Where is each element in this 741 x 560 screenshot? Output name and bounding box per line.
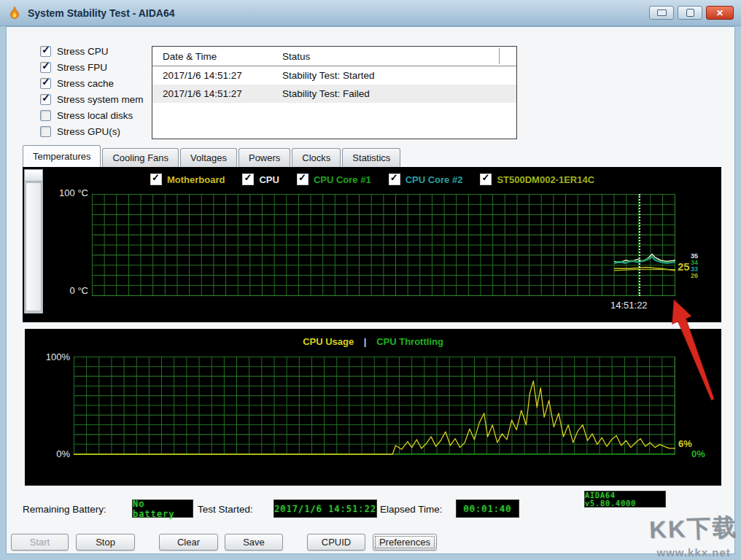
- stress-option-label: Stress local disks: [57, 110, 133, 121]
- battery-label: Remaining Battery:: [23, 504, 106, 515]
- legend-label: CPU Core #2: [406, 174, 463, 185]
- aida64-flame-icon: [7, 6, 22, 20]
- cpu-usage-series-lines: [74, 357, 675, 454]
- log-status: Stability Test: Failed: [282, 88, 370, 99]
- event-log-table: Date & Time Status 2017/1/6 14:51:27 Sta…: [152, 46, 517, 139]
- event-log-header[interactable]: Date & Time Status: [152, 47, 516, 66]
- tab-voltages[interactable]: Voltages: [180, 148, 237, 167]
- y-axis-max-label: 100%: [42, 351, 70, 362]
- current-values-cluster: 35 34 33 26: [691, 253, 698, 279]
- tab-powers[interactable]: Powers: [238, 148, 290, 167]
- tab-clocks[interactable]: Clocks: [292, 148, 341, 167]
- restore-button[interactable]: [678, 6, 702, 20]
- stress-option-local-disks[interactable]: Stress local disks: [40, 107, 157, 123]
- vertical-scrollbar[interactable]: [24, 169, 43, 314]
- cpu-usage-title: CPU Usage: [303, 336, 354, 347]
- cpuid-button[interactable]: CPUID: [307, 534, 365, 551]
- checkbox-icon[interactable]: [40, 46, 51, 57]
- test-started-label: Test Started:: [198, 504, 253, 515]
- time-cursor-line: [639, 194, 640, 296]
- column-header-status[interactable]: Status: [282, 51, 310, 62]
- scrollbar-thumb[interactable]: [26, 182, 42, 311]
- legend-item-cpu-core-1[interactable]: CPU Core #1: [297, 174, 371, 185]
- restore-icon: [686, 9, 694, 17]
- stress-option-label: Stress system mem: [57, 94, 144, 105]
- stress-option-cache[interactable]: Stress cache: [40, 75, 157, 91]
- checkbox-icon[interactable]: [297, 174, 309, 185]
- scrollbar-up-button[interactable]: [25, 170, 42, 182]
- table-row[interactable]: 2017/1/6 14:51:27 Stability Test: Failed: [152, 85, 516, 103]
- stress-options-list: Stress CPU Stress FPU Stress cache Stres…: [40, 43, 157, 139]
- window-title: System Stability Test - AIDA64: [28, 7, 175, 19]
- stress-option-label: Stress cache: [57, 78, 114, 89]
- stress-option-label: Stress GPU(s): [57, 126, 120, 137]
- temperature-chart-panel: Motherboard CPU CPU Core #1 CPU Core #2 …: [23, 167, 721, 322]
- start-button[interactable]: Start: [11, 534, 69, 551]
- y-axis-min-label: 0 °C: [47, 285, 88, 296]
- legend-label: CPU: [259, 174, 279, 185]
- minimize-button[interactable]: [649, 6, 674, 20]
- preferences-button[interactable]: Preferences: [373, 534, 437, 551]
- window-controls: ✕: [649, 6, 734, 20]
- checkbox-icon[interactable]: [389, 174, 400, 185]
- tab-statistics[interactable]: Statistics: [342, 148, 400, 167]
- tab-temperatures[interactable]: Temperatures: [23, 145, 101, 167]
- column-header-datetime[interactable]: Date & Time: [152, 51, 282, 62]
- cpu-usage-plot: [74, 357, 675, 454]
- current-throttling-value: 0%: [691, 448, 705, 459]
- checkbox-icon[interactable]: [40, 110, 51, 121]
- legend-item-cpu[interactable]: CPU: [242, 174, 279, 185]
- stop-button[interactable]: Stop: [76, 534, 135, 551]
- close-button[interactable]: ✕: [706, 6, 734, 20]
- elapsed-time-lcd: 00:01:40: [456, 499, 519, 518]
- title-divider: |: [364, 336, 367, 347]
- close-icon: ✕: [716, 9, 723, 18]
- minimize-icon: [657, 9, 667, 16]
- checkbox-icon[interactable]: [242, 174, 254, 185]
- client-area: Stress CPU Stress FPU Stress cache Stres…: [6, 26, 735, 554]
- cpu-throttling-title: CPU Throttling: [376, 336, 443, 347]
- current-value-motherboard: 25: [678, 260, 690, 273]
- cpu-usage-chart-panel: CPU Usage | CPU Throttling 100% 0% 6% 0%: [25, 329, 721, 486]
- y-axis-min-label: 0%: [42, 448, 70, 459]
- cursor-time-label: 14:51:22: [610, 300, 648, 311]
- stress-option-label: Stress CPU: [57, 46, 109, 57]
- save-button[interactable]: Save: [225, 534, 283, 551]
- elapsed-time-label: Elapsed Time:: [380, 504, 443, 515]
- stress-option-cpu[interactable]: Stress CPU: [40, 43, 157, 59]
- checkbox-icon[interactable]: [480, 174, 492, 185]
- log-status: Stability Test: Started: [282, 70, 375, 81]
- checkbox-icon[interactable]: [40, 126, 51, 137]
- current-cpu-usage-value: 6%: [678, 438, 692, 449]
- legend-item-hdd[interactable]: ST500DM002-1ER14C: [480, 174, 594, 185]
- legend-label: ST500DM002-1ER14C: [497, 174, 594, 185]
- stress-option-fpu[interactable]: Stress FPU: [40, 59, 157, 75]
- stress-option-label: Stress FPU: [57, 62, 107, 73]
- test-started-lcd: 2017/1/6 14:51:22: [273, 499, 377, 518]
- stress-option-system-mem[interactable]: Stress system mem: [40, 91, 157, 107]
- checkbox-icon[interactable]: [40, 78, 51, 89]
- checkbox-icon[interactable]: [40, 62, 51, 73]
- checkbox-icon[interactable]: [150, 174, 162, 185]
- checkbox-icon[interactable]: [40, 94, 51, 105]
- column-divider[interactable]: [499, 48, 500, 64]
- y-axis-max-label: 100 °C: [47, 187, 88, 198]
- tab-cooling-fans[interactable]: Cooling Fans: [102, 148, 179, 167]
- app-window: System Stability Test - AIDA64 ✕ Stress …: [0, 0, 741, 560]
- table-row[interactable]: 2017/1/6 14:51:27 Stability Test: Starte…: [152, 66, 516, 85]
- action-buttons: Start Stop Clear Save CPUID Preferences: [7, 534, 736, 553]
- log-datetime: 2017/1/6 14:51:27: [152, 88, 282, 99]
- clear-button[interactable]: Clear: [159, 534, 218, 551]
- temperature-plot: [92, 194, 675, 296]
- titlebar[interactable]: System Stability Test - AIDA64 ✕: [0, 0, 741, 26]
- temperature-legend: Motherboard CPU CPU Core #1 CPU Core #2 …: [150, 174, 594, 185]
- status-bar: Remaining Battery: No battery Test Start…: [7, 497, 736, 527]
- legend-label: CPU Core #1: [314, 174, 371, 185]
- battery-lcd: No battery: [132, 499, 193, 518]
- version-lcd: AIDA64 v5.80.4000: [584, 491, 666, 508]
- cpu-chart-title: CPU Usage | CPU Throttling: [25, 336, 721, 347]
- legend-item-motherboard[interactable]: Motherboard: [150, 174, 225, 185]
- stress-option-gpu[interactable]: Stress GPU(s): [40, 123, 157, 139]
- temperature-series-lines: [92, 194, 675, 296]
- legend-item-cpu-core-2[interactable]: CPU Core #2: [389, 174, 463, 185]
